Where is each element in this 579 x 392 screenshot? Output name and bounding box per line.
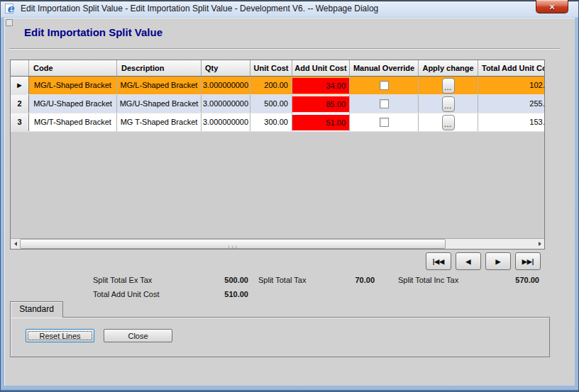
grid-row-3[interactable]: 3 MG/T-Shaped Bracket MG T-Shaped Bracke… — [11, 113, 545, 132]
grid-row-selected[interactable]: ► MG/L-Shaped Bracket MG/L-Shaped Bracke… — [11, 77, 545, 95]
split-total-tax-value: 70.00 — [305, 276, 375, 284]
summary-line-1: Split Total Ex Tax 500.00 Split Total Ta… — [0, 276, 579, 286]
header-total-add-unit-cost[interactable]: Total Add Unit Cost — [478, 60, 545, 77]
cell-add-unit-cost[interactable]: 51.00 — [292, 115, 349, 130]
cell-code: MG/T-Shaped Bracket — [29, 113, 117, 131]
header-apply-change[interactable]: Apply change — [419, 60, 478, 77]
scroll-left-button[interactable] — [11, 239, 20, 249]
header-code[interactable]: Code — [29, 60, 117, 77]
grip-icon: ||| — [227, 245, 238, 250]
manual-override-checkbox[interactable] — [380, 118, 389, 127]
arrow-right-icon — [539, 242, 541, 246]
window-title: Edit Importation Split Value - Edit Impo… — [21, 4, 378, 13]
summary-line-2: Total Add Unit Cost 510.00 — [0, 290, 579, 300]
cell-unit-cost: 200.00 — [250, 77, 292, 94]
row-number[interactable]: 3 — [11, 113, 29, 131]
cell-total-add-unit-cost: 255.00 — [478, 95, 545, 113]
tab-standard[interactable]: Standard — [10, 301, 63, 318]
close-dialog-button[interactable]: Close — [104, 329, 172, 342]
apply-change-button[interactable]: ... — [442, 96, 455, 112]
header-qty[interactable]: Qty — [202, 60, 250, 77]
header-manual-override[interactable]: Manual Override — [350, 60, 419, 77]
header-unit-cost[interactable]: Unit Cost — [250, 60, 292, 77]
next-record-button[interactable]: ▶ — [485, 252, 511, 270]
manual-override-checkbox[interactable] — [380, 81, 389, 90]
cell-unit-cost: 500.00 — [250, 95, 292, 113]
split-total-inc-tax-label: Split Total Inc Tax — [398, 276, 458, 284]
webpage-dialog: e Edit Importation Split Value - Edit Im… — [0, 0, 579, 392]
split-lines-grid: Code Description Qty Unit Cost Add Unit … — [10, 60, 545, 250]
first-record-button[interactable]: |◀◀ — [426, 252, 451, 270]
header-add-unit-cost[interactable]: Add Unit Cost — [292, 60, 350, 77]
close-icon: × — [549, 1, 555, 12]
scroll-right-button[interactable] — [535, 239, 544, 249]
cell-code: MG/L-Shaped Bracket — [29, 77, 117, 94]
cell-unit-cost: 300.00 — [250, 113, 292, 131]
reset-lines-button[interactable]: Reset Lines — [26, 329, 94, 342]
cell-qty: 3.000000000 — [202, 113, 250, 131]
header-description[interactable]: Description — [117, 60, 202, 77]
cell-qty: 3.000000000 — [202, 77, 250, 94]
record-navigation: |◀◀ ◀ ▶ ▶▶| — [10, 252, 545, 271]
arrow-left-icon — [14, 242, 17, 246]
mini-page-icon — [6, 19, 13, 26]
cell-description: MG/U-Shaped Bracket — [117, 95, 202, 113]
page-title: Edit Importation Split Value — [24, 26, 162, 38]
split-total-tax-label: Split Total Tax — [258, 276, 306, 284]
grid-row-2[interactable]: 2 MG/U-Shaped Bracket MG/U-Shaped Bracke… — [11, 95, 545, 113]
scrollbar-thumb[interactable]: ||| — [20, 239, 446, 249]
last-record-button[interactable]: ▶▶| — [515, 252, 541, 270]
split-total-ex-tax-label: Split Total Ex Tax — [93, 276, 152, 284]
row-number[interactable]: 2 — [11, 95, 29, 113]
close-button[interactable]: × — [536, 0, 568, 13]
ie-icon: e — [5, 3, 17, 15]
cell-add-unit-cost[interactable]: 85.00 — [292, 96, 349, 112]
apply-change-button[interactable]: ... — [442, 115, 455, 130]
cell-description: MG/L-Shaped Bracket — [117, 77, 202, 94]
manual-override-checkbox[interactable] — [380, 99, 389, 108]
ie-e-glyph: e — [7, 2, 14, 15]
cell-total-add-unit-cost: 102.00 — [478, 77, 545, 94]
split-total-inc-tax-value: 570.00 — [465, 276, 539, 284]
split-total-ex-tax-value: 500.00 — [177, 276, 248, 284]
scrollbar-track[interactable]: ||| — [20, 239, 535, 249]
total-add-unit-cost-value: 510.00 — [177, 290, 248, 298]
cell-qty: 3.000000000 — [202, 95, 250, 113]
cell-code: MG/U-Shaped Bracket — [29, 95, 117, 113]
header-selector — [11, 60, 29, 77]
row-indicator[interactable]: ► — [11, 77, 29, 94]
horizontal-scrollbar[interactable]: ||| — [11, 238, 544, 249]
cell-add-unit-cost[interactable]: 34.00 — [292, 78, 349, 94]
total-add-unit-cost-label: Total Add Unit Cost — [93, 290, 160, 298]
cell-description: MG T-Shaped Bracket — [117, 113, 202, 131]
grid-table: Code Description Qty Unit Cost Add Unit … — [11, 60, 545, 132]
titlebar[interactable]: e Edit Importation Split Value - Edit Im… — [0, 0, 579, 18]
cell-total-add-unit-cost: 153.00 — [478, 113, 545, 131]
grid-header-row: Code Description Qty Unit Cost Add Unit … — [11, 60, 545, 77]
tab-panel: Reset Lines Close — [10, 317, 550, 357]
apply-change-button[interactable]: ... — [442, 78, 455, 94]
previous-record-button[interactable]: ◀ — [456, 252, 481, 270]
separator — [9, 48, 560, 50]
